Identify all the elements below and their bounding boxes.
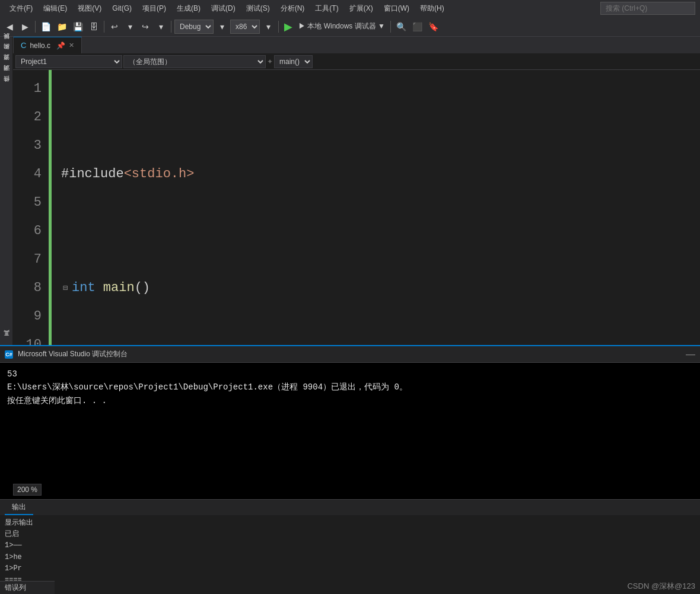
sidebar-tab-gongju[interactable]: 工具	[1, 336, 12, 345]
main-layout: 解决 架构 资源 调测 插件 工具 C hello.c 📌 ✕ Project1…	[0, 37, 700, 345]
undo-button[interactable]: ↩	[107, 19, 122, 34]
debug-console: C# Microsoft Visual Studio 调试控制台 — 53 E:…	[0, 345, 700, 499]
back-button[interactable]: ◀	[2, 19, 17, 34]
menu-tools[interactable]: 工具(T)	[310, 2, 343, 15]
menu-view[interactable]: 视图(V)	[73, 2, 106, 15]
sidebar-tab-diaoci[interactable]: 调测	[1, 71, 12, 81]
menu-debug[interactable]: 调试(D)	[206, 2, 240, 15]
output-panel: 输出 显示输出 已启 1>—— 1>he 1>Pr ====	[0, 499, 700, 594]
menu-project[interactable]: 项目(P)	[138, 2, 171, 15]
save-button[interactable]: 💾	[71, 19, 85, 34]
func-select[interactable]: main()	[274, 55, 313, 68]
debug-console-title: Microsoft Visual Studio 调试控制台	[18, 349, 128, 359]
menu-window[interactable]: 窗口(W)	[379, 2, 414, 15]
menu-help[interactable]: 帮助(H)	[415, 2, 449, 15]
menu-bar: 文件(F) 编辑(E) 视图(V) Git(G) 项目(P) 生成(B) 调试(…	[0, 0, 700, 17]
menu-extensions[interactable]: 扩展(X)	[345, 2, 378, 15]
code-line-2: ⊟int main()	[61, 274, 700, 302]
search-toolbar-button[interactable]: 🔍	[394, 19, 409, 34]
scope-select[interactable]: （全局范围）	[123, 55, 266, 68]
output-line-2: 1>——	[5, 540, 695, 551]
sidebar-tab-jiagou[interactable]: 架构	[1, 50, 12, 59]
save-all-button[interactable]: 🗄	[87, 19, 101, 34]
error-bar[interactable]: 错误列	[0, 581, 55, 594]
code-editor[interactable]: #include<stdio.h> ⊟int main() { int a, b…	[52, 70, 700, 345]
toolbar-separator-1	[35, 21, 36, 33]
run-label: ▶ 本地 Windows 调试器 ▼	[296, 21, 387, 31]
nav-separator: ✦	[267, 58, 273, 66]
output-line-1: 已启	[5, 529, 695, 540]
debug-config-select[interactable]: Debug	[174, 20, 214, 34]
file-icon: C	[21, 41, 26, 50]
code-parens: ()	[135, 274, 150, 302]
output-line-5: ====	[5, 574, 695, 586]
editor-tab-hello[interactable]: C hello.c 📌 ✕	[13, 37, 82, 53]
code-kw-int: int	[72, 274, 96, 302]
redo-dropdown[interactable]: ▾	[154, 19, 168, 34]
bookmark-button[interactable]: 🔖	[426, 19, 441, 34]
sidebar-tab-ziyuan[interactable]: 资源	[1, 60, 12, 70]
debug-output-line-3: 按任意键关闭此窗口. . .	[7, 394, 693, 407]
tab-bar: C hello.c 📌 ✕	[13, 37, 700, 53]
collapse-marker-2[interactable]: ⊟	[61, 274, 69, 302]
menu-analyze[interactable]: 分析(N)	[276, 2, 310, 15]
open-button[interactable]: 📁	[55, 19, 69, 34]
code-line-1: #include<stdio.h>	[61, 160, 700, 189]
output-line-4: 1>Pr	[5, 563, 695, 574]
arch-dropdown[interactable]: ▾	[261, 19, 275, 34]
editor-container: C hello.c 📌 ✕ Project1 （全局范围） ✦ main() 1	[13, 37, 700, 345]
redo-button[interactable]: ↪	[138, 19, 152, 34]
output-line-3: 1>he	[5, 552, 695, 563]
debug-output: 53 E:\Users\深林\source\repos\Project1\Deb…	[0, 363, 700, 499]
config-dropdown[interactable]: ▾	[215, 19, 229, 34]
menu-git[interactable]: Git(G)	[107, 2, 136, 14]
toolbar-separator-3	[171, 21, 171, 33]
project-select[interactable]: Project1	[15, 55, 122, 68]
watermark: CSDN @深林@123	[627, 581, 695, 592]
sidebar-tab-chajian[interactable]: 插件	[1, 82, 12, 91]
output-tab[interactable]: 输出	[5, 500, 33, 515]
breakpoint-button[interactable]: ⬛	[410, 19, 425, 34]
debug-output-line-1: 53	[7, 368, 693, 381]
debug-console-close-button[interactable]: —	[686, 349, 695, 360]
sidebar: 解决 架构 资源 调测 插件 工具	[0, 37, 13, 345]
sidebar-tab-jiejue[interactable]: 解决	[1, 39, 12, 49]
toolbar-separator-2	[104, 21, 104, 33]
tab-filename: hello.c	[30, 41, 50, 50]
tab-close-button[interactable]: ✕	[69, 41, 74, 49]
new-file-button[interactable]: 📄	[39, 19, 53, 34]
bottom-panel: C# Microsoft Visual Studio 调试控制台 — 53 E:…	[0, 345, 700, 594]
code-area[interactable]: 1 2 3 4 5 6 7 8 9 10 11 #include<stdio.h…	[13, 70, 700, 345]
debug-console-icon: C#	[5, 350, 13, 359]
tab-pin-icon[interactable]: 📌	[56, 41, 65, 50]
debug-console-titlebar: C# Microsoft Visual Studio 调试控制台 —	[0, 346, 700, 363]
menu-build[interactable]: 生成(B)	[172, 2, 205, 15]
output-content: 显示输出 已启 1>—— 1>he 1>Pr ====	[0, 515, 700, 594]
code-include-hash: #include	[61, 160, 124, 189]
code-fn-main: main	[103, 274, 135, 302]
menu-file[interactable]: 文件(F)	[5, 2, 37, 15]
output-titlebar: 输出	[0, 500, 700, 515]
undo-dropdown[interactable]: ▾	[123, 19, 137, 34]
run-button[interactable]: ▶	[282, 20, 295, 33]
code-include-path: <stdio.h>	[124, 160, 195, 189]
nav-bar: Project1 （全局范围） ✦ main()	[13, 53, 700, 70]
search-input[interactable]	[600, 2, 695, 15]
zoom-indicator: 200 %	[13, 484, 42, 496]
output-show-label: 显示输出	[5, 518, 695, 529]
menu-test[interactable]: 测试(S)	[241, 2, 275, 15]
arch-select[interactable]: x86	[230, 20, 260, 34]
line-numbers: 1 2 3 4 5 6 7 8 9 10 11	[13, 70, 49, 345]
toolbar-separator-4	[278, 21, 279, 33]
menu-edit[interactable]: 编辑(E)	[39, 2, 72, 15]
forward-button[interactable]: ▶	[18, 19, 32, 34]
debug-output-line-2: E:\Users\深林\source\repos\Project1\Debug\…	[7, 381, 693, 394]
toolbar-separator-5	[390, 21, 391, 33]
toolbar: ◀ ▶ 📄 📁 💾 🗄 ↩ ▾ ↪ ▾ Debug ▾ x86 ▾ ▶ ▶ 本地…	[0, 17, 700, 37]
